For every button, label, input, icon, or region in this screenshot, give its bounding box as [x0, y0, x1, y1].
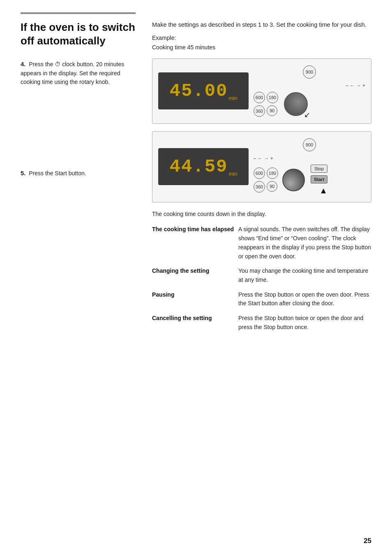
- temp-600-180-row: 600 180: [254, 92, 278, 103]
- mid-row-2: 600 180 360 90: [254, 165, 365, 195]
- step-4-block: 4. Press the ⏱ clock button. 20 minutes …: [21, 60, 140, 86]
- changing-label: Changing the setting: [152, 267, 238, 284]
- elapsed-label: The cooking time has elapsed: [152, 225, 238, 261]
- elapsed-section: The cooking time has elapsed A signal so…: [152, 225, 371, 261]
- pausing-desc: Press the Stop button or open the oven d…: [238, 290, 371, 308]
- knob-container-2: [282, 169, 305, 191]
- elapsed-desc: A signal sounds. The oven switches off. …: [238, 225, 371, 261]
- knob-arrow-1: ↙: [304, 110, 310, 119]
- temp-900-row-2: 900: [254, 138, 365, 151]
- plus-minus-row-2: – ← → +: [254, 156, 365, 161]
- knob-container-1: ↙: [284, 92, 308, 116]
- start-arrow-icon: ▲: [319, 186, 327, 195]
- step-5-text: 5. Press the Start button.: [21, 169, 140, 178]
- display-time-2: 44.59: [170, 156, 228, 177]
- temp-900-btn-2: 900: [303, 138, 316, 151]
- diagram-2: 44.59 min 900 – ← → +: [152, 131, 371, 202]
- pausing-section: Pausing Press the Stop button or open th…: [152, 290, 371, 308]
- step-4-text: 4. Press the ⏱ clock button. 20 minutes …: [21, 60, 140, 86]
- time-wrapper-1: 45.00 min: [170, 81, 238, 101]
- temp-900-btn: 900: [303, 65, 316, 79]
- controls-area-2: 900 – ← → + 600 180: [254, 138, 365, 195]
- display-min-1: min: [229, 95, 238, 101]
- temp-900-row: 900: [254, 65, 365, 79]
- plus-minus-row-1: – ← → +: [254, 83, 365, 88]
- countdown-text: The cooking time counts down in the disp…: [152, 210, 371, 219]
- temp-600-btn-2: 600: [254, 167, 265, 179]
- display-time-1: 45.00: [170, 81, 228, 101]
- temp-360-btn: 360: [254, 105, 265, 117]
- main-layout: If the oven is to switch off automatical…: [21, 21, 371, 337]
- example-value: Cooking time 45 minutes: [152, 43, 371, 52]
- temp-90-btn: 90: [267, 105, 277, 116]
- right-column: Make the settings as described in steps …: [148, 21, 371, 337]
- temp-360-btn-2: 360: [254, 181, 265, 193]
- plus-minus-text-1: – ← → +: [346, 83, 365, 88]
- changing-desc: You may change the cooking time and temp…: [238, 267, 371, 284]
- temp-180-btn-2: 180: [267, 167, 278, 179]
- step-4-number: 4.: [21, 60, 26, 67]
- cancelling-label: Cancelling the setting: [152, 314, 238, 332]
- step-5-content: Press the Start button.: [29, 170, 86, 176]
- temp-90-btn-2: 90: [267, 181, 277, 192]
- time-wrapper-2: 44.59 min: [170, 156, 238, 177]
- pausing-label: Pausing: [152, 290, 238, 308]
- page-number: 25: [364, 537, 371, 545]
- top-rule: [21, 12, 136, 14]
- left-temp-col: 600 180 360 90: [254, 92, 278, 117]
- temp-600-180-row-2: 600 180: [254, 167, 278, 179]
- rotary-knob-2: [282, 169, 305, 191]
- controls-area-1: 900 – ← → + 600 180: [254, 65, 365, 117]
- stop-button[interactable]: Stop: [311, 165, 327, 173]
- temp-360-90-row-2: 360 90: [254, 181, 278, 193]
- left-column: If the oven is to switch off automatical…: [21, 21, 148, 337]
- cancelling-desc: Press the Stop button twice or open the …: [238, 314, 371, 332]
- left-temp-col-2: 600 180 360 90: [254, 167, 278, 193]
- temp-180-btn: 180: [267, 92, 278, 103]
- display-panel-1: 45.00 min: [158, 72, 249, 109]
- step-4-content: Press the ⏱ clock button. 20 minutes app…: [21, 61, 124, 85]
- changing-section: Changing the setting You may change the …: [152, 267, 371, 284]
- step-5-block: 5. Press the Start button.: [21, 169, 140, 178]
- plus-minus-text-2: – ← → +: [254, 156, 273, 161]
- diagram-1: 45.00 min 900 – ← → +: [152, 58, 371, 124]
- display-min-2: min: [229, 171, 238, 177]
- main-title: If the oven is to switch off automatical…: [21, 21, 140, 47]
- temp-360-90-row: 360 90: [254, 105, 278, 117]
- stop-start-col: Stop Start ▲: [311, 165, 327, 195]
- mid-row-1: 600 180 360 90: [254, 92, 365, 117]
- cancelling-section: Cancelling the setting Press the Stop bu…: [152, 314, 371, 332]
- temp-600-btn: 600: [254, 92, 265, 103]
- step-5-number: 5.: [21, 170, 26, 176]
- intro-text: Make the settings as described in steps …: [152, 21, 371, 30]
- example-label: Example:: [152, 34, 371, 42]
- start-button[interactable]: Start: [311, 175, 327, 183]
- display-panel-2: 44.59 min: [158, 148, 249, 185]
- page-container: If the oven is to switch off automatical…: [0, 0, 392, 555]
